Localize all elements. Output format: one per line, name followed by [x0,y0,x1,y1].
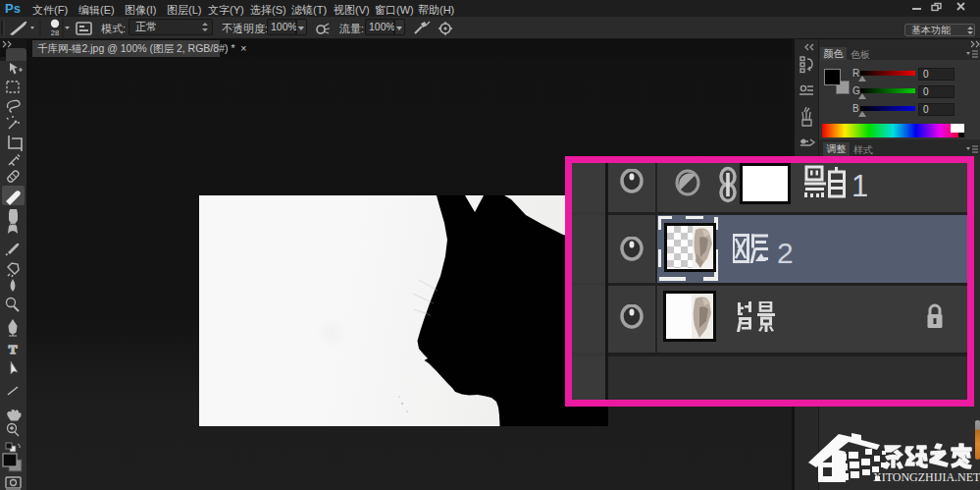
svg-text:1: 1 [851,169,867,198]
svg-text:28: 28 [51,28,59,37]
svg-text:T: T [9,342,18,356]
svg-text:2: 2 [777,237,794,267]
